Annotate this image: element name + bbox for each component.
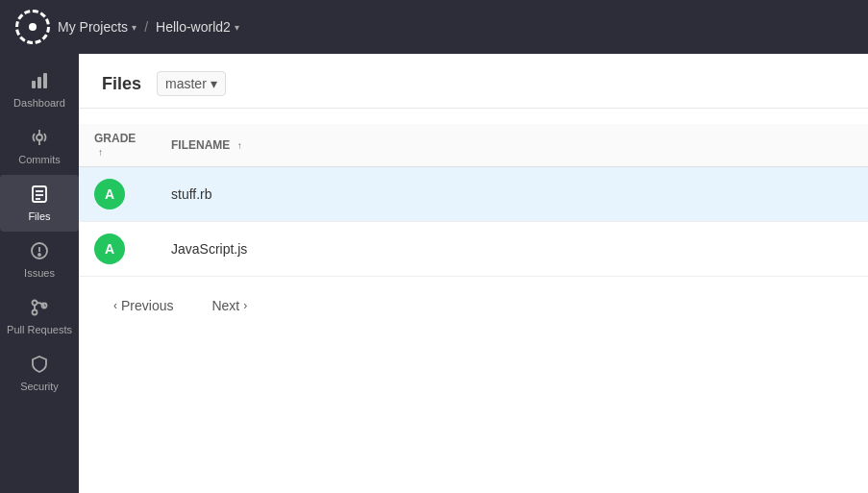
cell-filename: stuff.rb xyxy=(156,167,868,222)
top-nav: My Projects ▾ / Hello-world2 ▾ xyxy=(0,0,868,54)
sidebar: Dashboard Commits xyxy=(0,54,79,493)
sidebar-item-security[interactable]: Security xyxy=(0,345,79,402)
next-arrow-icon: › xyxy=(243,299,247,312)
svg-rect-2 xyxy=(43,73,47,88)
sidebar-item-dashboard[interactable]: Dashboard xyxy=(0,62,79,118)
table-header: GRADE ↑ FILENAME ↑ xyxy=(79,124,868,167)
file-table: GRADE ↑ FILENAME ↑ Astuff.rbAJavaScript.… xyxy=(79,124,868,277)
nav-hello-world2[interactable]: Hello-world2 ▾ xyxy=(156,19,239,35)
svg-rect-1 xyxy=(37,77,41,88)
filename-sort-arrow: ↑ xyxy=(237,140,242,151)
cell-grade: A xyxy=(79,222,156,277)
cell-grade: A xyxy=(79,167,156,222)
branch-name: master xyxy=(165,76,207,91)
logo-dot xyxy=(29,23,37,31)
svg-rect-0 xyxy=(32,81,36,88)
nav-my-projects[interactable]: My Projects ▾ xyxy=(58,19,136,35)
files-header: Files master ▾ xyxy=(79,54,868,109)
svg-point-12 xyxy=(38,254,40,256)
sidebar-item-label: Pull Requests xyxy=(7,324,72,335)
col-grade[interactable]: GRADE ↑ xyxy=(79,124,156,167)
dashboard-icon xyxy=(30,71,49,93)
commits-icon xyxy=(30,128,49,150)
table-body: Astuff.rbAJavaScript.js xyxy=(79,167,868,277)
branch-chevron: ▾ xyxy=(211,76,217,91)
pull-requests-icon xyxy=(30,298,49,320)
grade-badge: A xyxy=(94,179,125,210)
table-row[interactable]: Astuff.rb xyxy=(79,167,868,222)
breadcrumb-sep: / xyxy=(144,19,148,35)
sidebar-item-issues[interactable]: Issues xyxy=(0,232,79,288)
svg-point-14 xyxy=(33,310,37,315)
issues-icon xyxy=(30,241,49,263)
hello-world2-chevron: ▾ xyxy=(235,22,239,33)
next-button[interactable]: Next › xyxy=(200,292,259,319)
page-title: Files xyxy=(102,74,141,94)
files-icon xyxy=(30,185,49,207)
my-projects-label: My Projects xyxy=(58,19,128,35)
sidebar-item-label: Security xyxy=(20,381,59,392)
sidebar-item-label: Dashboard xyxy=(13,97,65,109)
col-grade-label: GRADE xyxy=(94,132,136,145)
main-layout: Dashboard Commits xyxy=(0,54,868,493)
table-row[interactable]: AJavaScript.js xyxy=(79,222,868,277)
pagination: ‹ Previous Next › xyxy=(79,277,868,334)
my-projects-chevron: ▾ xyxy=(132,22,136,33)
grade-badge: A xyxy=(94,234,125,264)
sidebar-item-pull-requests[interactable]: Pull Requests xyxy=(0,288,79,345)
breadcrumb: My Projects ▾ / Hello-world2 ▾ xyxy=(58,19,239,35)
previous-label: Previous xyxy=(121,298,173,313)
sidebar-item-label: Issues xyxy=(24,267,55,279)
grade-sort-arrow: ↑ xyxy=(98,147,103,158)
cell-filename: JavaScript.js xyxy=(156,222,868,277)
col-filename-label: FILENAME xyxy=(171,138,230,152)
svg-point-3 xyxy=(37,135,42,140)
security-icon xyxy=(30,355,49,377)
sidebar-item-label: Commits xyxy=(18,154,60,165)
next-label: Next xyxy=(211,298,239,313)
main-content: Files master ▾ GRADE ↑ FILENAME ↑ xyxy=(79,54,868,493)
branch-selector[interactable]: master ▾ xyxy=(157,71,226,96)
previous-button[interactable]: ‹ Previous xyxy=(102,292,185,319)
sidebar-item-label: Files xyxy=(28,210,50,222)
prev-arrow-icon: ‹ xyxy=(113,299,117,312)
sidebar-item-files[interactable]: Files xyxy=(0,175,79,232)
col-filename[interactable]: FILENAME ↑ xyxy=(156,124,868,167)
hello-world2-label: Hello-world2 xyxy=(156,19,231,35)
svg-point-13 xyxy=(33,301,37,306)
logo xyxy=(15,10,50,44)
sidebar-item-commits[interactable]: Commits xyxy=(0,118,79,175)
